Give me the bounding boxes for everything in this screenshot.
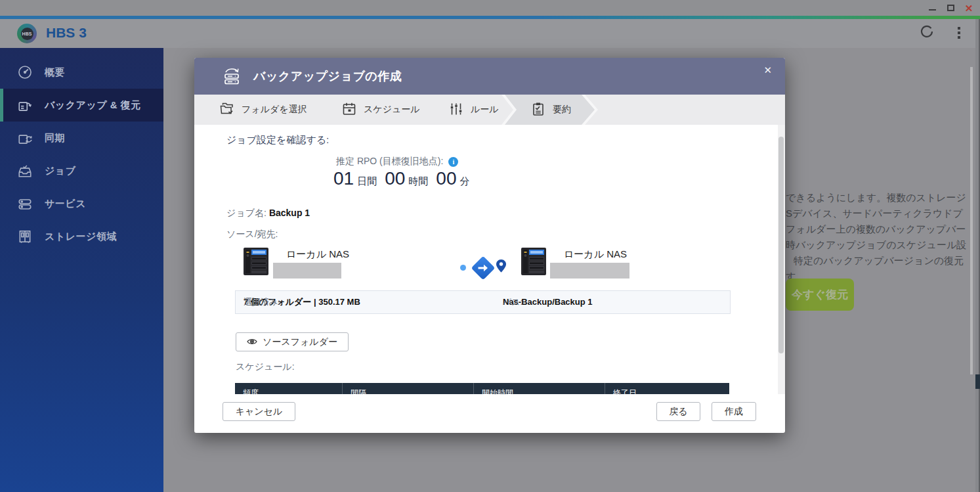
sidebar-item-label: ストレージ領域 <box>45 231 117 243</box>
rpo-label: 推定 RPO (目標復旧地点): <box>336 156 443 168</box>
dialog-header: バックアップジョブの作成 ✕ <box>194 58 785 95</box>
destination-path: パス: Nas-Backup/Backup 1 <box>503 291 593 313</box>
step-label: 要約 <box>553 104 571 116</box>
services-icon <box>17 196 33 212</box>
summary-heading: ジョブ設定を確認する: <box>226 134 329 146</box>
background-text-line: フォルダー上の複数のバックアップバー <box>786 221 976 237</box>
schedule-label: スケジュール: <box>236 361 295 373</box>
dialog-close-icon[interactable]: ✕ <box>761 62 775 79</box>
background-text-line: Sデバイス、サードパーティクラウドプ <box>786 206 976 221</box>
dialog-scrollbar[interactable] <box>778 125 785 394</box>
step-summary[interactable]: 要約 <box>530 95 571 125</box>
create-backup-job-dialog: バックアップジョブの作成 ✕ フォルダを選択 <box>194 58 785 433</box>
create-button[interactable]: 作成 <box>712 402 756 421</box>
jobs-icon <box>17 163 33 179</box>
maximize-icon <box>947 5 954 11</box>
gauge-icon <box>17 64 33 80</box>
sidebar-item-label: 概要 <box>45 66 65 79</box>
rpo-value: 01日間00時間00分 <box>333 168 477 189</box>
sidebar: 概要 バックアップ & 復元 同期 ジョブ <box>0 48 163 492</box>
schedule-table-header: 頻度 間隔 開始時間 終了日 <box>235 383 729 394</box>
rpo-days: 01 <box>333 168 354 189</box>
sidebar-item-label: ジョブ <box>45 165 76 177</box>
cancel-button[interactable]: キャンセル <box>223 402 295 421</box>
job-name-row: ジョブ名:Backup 1 <box>226 208 310 219</box>
info-icon[interactable]: i <box>448 157 458 167</box>
background-description-text: できるようにします。複数のストレージ Sデバイス、サードパーティクラウドプ フォ… <box>786 190 976 284</box>
schedule-column-interval: 間隔 <box>343 383 474 394</box>
eye-icon <box>247 337 257 347</box>
rules-icon <box>448 101 464 119</box>
schedule-column-start-time: 開始時間 <box>474 383 605 394</box>
sidebar-item-label: 同期 <box>45 132 65 145</box>
hbs-logo-icon: HBS <box>17 24 37 43</box>
sidebar-item-label: サービス <box>45 198 86 210</box>
back-button[interactable]: 戻る <box>656 402 700 421</box>
source-redacted-name <box>273 263 341 279</box>
schedule-column-frequency: 頻度 <box>235 383 343 394</box>
step-schedule[interactable]: スケジュール <box>341 95 420 125</box>
content-panel-edge <box>970 67 973 374</box>
restore-now-button[interactable]: 今すぐ復元 <box>786 279 854 311</box>
app-header: HBS HBS 3 <box>0 19 980 48</box>
background-text-line: 特定のバックアップバージョンの復元 <box>786 253 976 269</box>
sidebar-item-storage[interactable]: ストレージ領域 <box>0 220 163 253</box>
folder-select-icon <box>219 101 235 119</box>
hbs-logo-text: HBS <box>21 28 33 40</box>
source-dest-label: ソース/宛先: <box>226 229 278 240</box>
rpo-label-row: 推定 RPO (目標復旧地点): i <box>336 156 458 168</box>
selected-folders: 選択済み: 7 個のフォルダー | 350.17 MB <box>244 291 360 313</box>
dialog-title: バックアップジョブの作成 <box>253 58 402 95</box>
sidebar-item-sync[interactable]: 同期 <box>0 122 163 154</box>
minimize-icon <box>929 9 936 11</box>
source-folder-button-label: ソースフォルダー <box>263 336 337 348</box>
schedule-column-end-date: 終了日 <box>605 383 729 394</box>
step-select-folders[interactable]: フォルダを選択 <box>219 95 307 125</box>
background-table-edge <box>975 374 980 389</box>
destination-name: ローカル NAS <box>564 248 627 261</box>
summary-icon <box>530 101 546 119</box>
dialog-scroll-area: ジョブ設定を確認する: 推定 RPO (目標復旧地点): i 01日間00時間0… <box>194 125 785 394</box>
source-nas-icon <box>243 247 269 279</box>
backup-job-icon <box>221 66 243 89</box>
wizard-steps-bar: フォルダを選択 スケジュール ルール <box>194 95 785 125</box>
maximize-button[interactable] <box>946 3 955 12</box>
destination-redacted-name <box>550 263 629 279</box>
background-text-line: 時バックアップジョブのスケジュール設 <box>786 237 976 253</box>
selection-summary-strip: 選択済み: 7 個のフォルダー | 350.17 MB パス: Nas-Back… <box>235 290 731 314</box>
storage-icon <box>17 229 33 244</box>
source-folder-button[interactable]: ソースフォルダー <box>236 332 349 351</box>
window-right-edge <box>975 19 980 492</box>
close-icon: ✕ <box>965 3 973 13</box>
backup-direction-icon <box>470 255 496 281</box>
rpo-hours-unit: 時間 <box>408 175 428 187</box>
rpo-minutes: 00 <box>436 168 456 189</box>
sidebar-item-label: バックアップ & 復元 <box>45 99 141 112</box>
sync-icon <box>17 130 33 146</box>
destination-nas-icon <box>521 247 547 279</box>
destination-pin-icon <box>496 259 507 276</box>
rpo-minutes-unit: 分 <box>459 175 469 187</box>
window-titlebar: ✕ <box>0 0 980 16</box>
sidebar-item-jobs[interactable]: ジョブ <box>0 154 163 187</box>
app-title: HBS 3 <box>46 25 87 41</box>
sidebar-item-services[interactable]: サービス <box>0 187 163 220</box>
background-text-line: できるようにします。複数のストレージ <box>786 190 976 206</box>
refresh-icon[interactable] <box>920 24 934 41</box>
step-rules[interactable]: ルール <box>448 95 499 125</box>
source-dot-icon <box>460 265 466 271</box>
step-label: スケジュール <box>364 104 420 116</box>
minimize-button[interactable] <box>927 3 937 12</box>
job-name-label: ジョブ名: <box>226 208 266 218</box>
sidebar-item-overview[interactable]: 概要 <box>0 56 163 89</box>
dialog-scrollbar-thumb[interactable] <box>778 137 784 353</box>
schedule-icon <box>341 101 357 119</box>
close-window-button[interactable]: ✕ <box>964 3 973 12</box>
step-label: ルール <box>471 104 499 116</box>
backup-restore-icon <box>17 97 33 113</box>
menu-kebab-icon[interactable] <box>956 26 962 40</box>
source-name: ローカル NAS <box>286 248 349 261</box>
sidebar-item-backup-restore[interactable]: バックアップ & 復元 <box>0 89 163 122</box>
rpo-days-unit: 日間 <box>357 175 377 187</box>
job-name-value: Backup 1 <box>269 208 310 218</box>
